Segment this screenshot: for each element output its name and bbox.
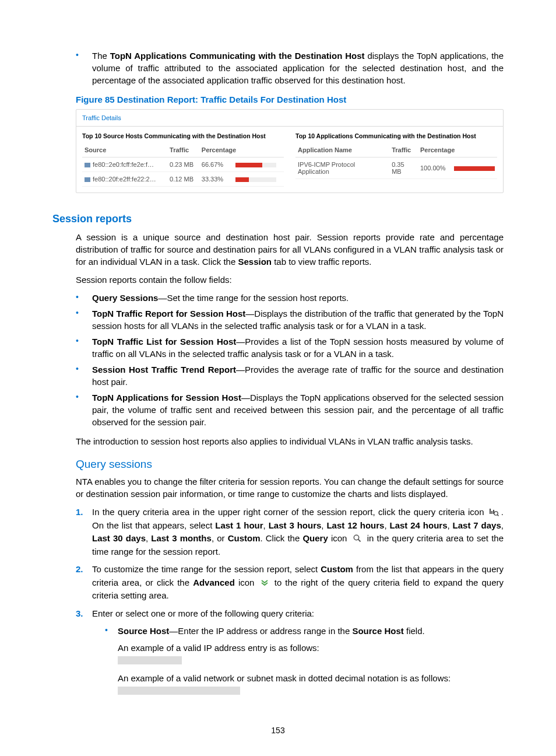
field-name: Session Host Traffic Trend Report — [92, 365, 236, 374]
text: Enter or select one or more of the follo… — [92, 608, 314, 618]
time-range-option: Last 3 hours — [269, 520, 322, 530]
text: , or — [212, 533, 228, 543]
text: tab to view traffic reports. — [272, 257, 371, 267]
cell-traffic: 0.23 MB — [167, 158, 199, 172]
text: —Enter the IP address or address range i… — [169, 626, 352, 636]
bold-term: TopN Applications Communicating with the… — [110, 51, 365, 61]
example-1-label: An example of a valid IP address entry i… — [118, 642, 504, 654]
field-item: TopN Traffic List for Session Host—Provi… — [76, 335, 504, 360]
right-subtitle: Top 10 Applications Communicating with t… — [295, 129, 497, 143]
col-appname: Application Name — [295, 143, 389, 158]
field-name: Query Sessions — [92, 293, 158, 303]
table-row: fe80::20f:e2ff:fe22:2…0.12 MB33.33% — [82, 172, 284, 187]
field-item: TopN Traffic Report for Session Host—Dis… — [76, 307, 504, 332]
text: icon — [328, 533, 347, 543]
table-row: IPV6-ICMP Protocol Application0.35 MB100… — [295, 158, 497, 179]
time-range-option: Last 24 hours — [390, 520, 448, 530]
cell-source: fe80::2e0:fcff:fe2e:f… — [82, 158, 167, 172]
text: field. — [404, 626, 425, 636]
step3-sublist: Source Host—Enter the IP address or addr… — [105, 625, 504, 702]
cell-pct-text: 33.33% — [199, 172, 233, 187]
col-source: Source — [82, 143, 167, 158]
page-number: 153 — [0, 726, 556, 735]
cell-appname: IPV6-ICMP Protocol Application — [295, 158, 389, 179]
chevron-down-icon — [261, 579, 269, 587]
example-2-placeholder — [118, 687, 240, 695]
text: To customize the time range for the sess… — [92, 564, 321, 574]
bold-tab-name: Session — [238, 257, 272, 267]
left-column: Top 10 Source Hosts Communicating with t… — [82, 129, 284, 187]
field-item: TopN Applications for Session Host—Displ… — [76, 391, 504, 428]
example-2-label: An example of a valid network or subnet … — [118, 672, 504, 684]
query-intro: NTA enables you to change the filter cri… — [76, 475, 504, 500]
bold-custom: Custom — [228, 533, 261, 543]
step-1: In the query criteria area in the upper … — [76, 506, 504, 558]
query-criteria-icon — [490, 508, 499, 516]
field-name: TopN Applications for Session Host — [92, 393, 241, 402]
field-desc: —Set the time range for the session host… — [158, 293, 349, 303]
host-icon — [85, 177, 90, 182]
figure-caption: Figure 85 Destination Report: Traffic De… — [76, 94, 504, 104]
col-traffic: Traffic — [167, 143, 199, 158]
text: icon — [235, 578, 255, 587]
cell-traffic: 0.12 MB — [167, 172, 199, 187]
cell-traffic: 0.35 MB — [389, 158, 418, 179]
session-paragraph-2: Session reports contain the follow field… — [76, 274, 504, 286]
host-icon — [85, 163, 90, 167]
top-bullet-list: The TopN Applications Communicating with… — [52, 50, 504, 86]
session-reports-heading: Session reports — [52, 213, 504, 225]
applications-table: Application Name Traffic Percentage IPV6… — [295, 143, 497, 179]
cell-pct-text: 66.67% — [199, 158, 233, 172]
svg-point-3 — [494, 512, 498, 515]
cell-pct-bar — [233, 158, 284, 172]
panel-title: Traffic Details — [76, 110, 503, 127]
search-icon — [353, 534, 362, 543]
time-range-option: Last 7 days — [453, 520, 501, 530]
svg-rect-0 — [490, 509, 491, 514]
col-percentage: Percentage — [418, 143, 497, 158]
step-3: Enter or select one or more of the follo… — [76, 607, 504, 703]
svg-point-5 — [354, 535, 358, 540]
text: The — [92, 51, 110, 61]
svg-line-4 — [497, 514, 498, 516]
field-name: TopN Traffic List for Session Host — [92, 337, 236, 346]
col-percentage: Percentage — [199, 143, 284, 158]
col-traffic: Traffic — [389, 143, 418, 158]
step-2: To customize the time range for the sess… — [76, 563, 504, 603]
fields-list: Query Sessions—Set the time range for th… — [52, 292, 504, 428]
svg-rect-1 — [491, 511, 492, 514]
field-name: TopN Traffic Report for Session Host — [92, 309, 245, 318]
top-bullet-item: The TopN Applications Communicating with… — [76, 50, 504, 86]
source-hosts-table: Source Traffic Percentage fe80::2e0:fcff… — [82, 143, 284, 187]
time-range-option: Last 30 days — [92, 533, 146, 543]
table-row: fe80::2e0:fcff:fe2e:f…0.23 MB66.67% — [82, 158, 284, 172]
field-item: Query Sessions—Set the time range for th… — [76, 292, 504, 304]
sub-item-source-host: Source Host—Enter the IP address or addr… — [105, 625, 504, 702]
text: . Click the — [260, 533, 302, 543]
traffic-details-panel: Traffic Details Top 10 Source Hosts Comm… — [76, 109, 504, 193]
bold-query: Query — [302, 533, 328, 543]
time-range-option: Last 3 months — [151, 533, 212, 543]
right-column: Top 10 Applications Communicating with t… — [295, 129, 497, 187]
cell-pct-bar — [233, 172, 284, 187]
steps-list: In the query criteria area in the upper … — [52, 506, 504, 702]
example-1-placeholder — [118, 656, 182, 664]
cell-pct-bar — [452, 158, 497, 179]
text: In the query criteria area in the upper … — [92, 507, 487, 517]
cell-pct-text: 100.00% — [418, 158, 452, 179]
session-paragraph-1: A session is a unique source and destina… — [76, 231, 504, 268]
query-sessions-heading: Query sessions — [76, 458, 504, 471]
field-item: Session Host Traffic Trend Report—Provid… — [76, 363, 504, 388]
svg-line-6 — [358, 540, 360, 542]
time-range-option: Last 12 hours — [326, 520, 384, 530]
bold-source-host: Source Host — [118, 626, 169, 636]
bold-advanced: Advanced — [193, 578, 235, 587]
bold-field: Source Host — [352, 626, 403, 636]
left-subtitle: Top 10 Source Hosts Communicating with t… — [82, 129, 284, 143]
session-intro-end: The introduction to session host reports… — [76, 435, 504, 447]
bold-custom: Custom — [321, 564, 353, 574]
cell-source: fe80::20f:e2ff:fe22:2… — [82, 172, 167, 187]
time-range-option: Last 1 hour — [215, 520, 263, 530]
